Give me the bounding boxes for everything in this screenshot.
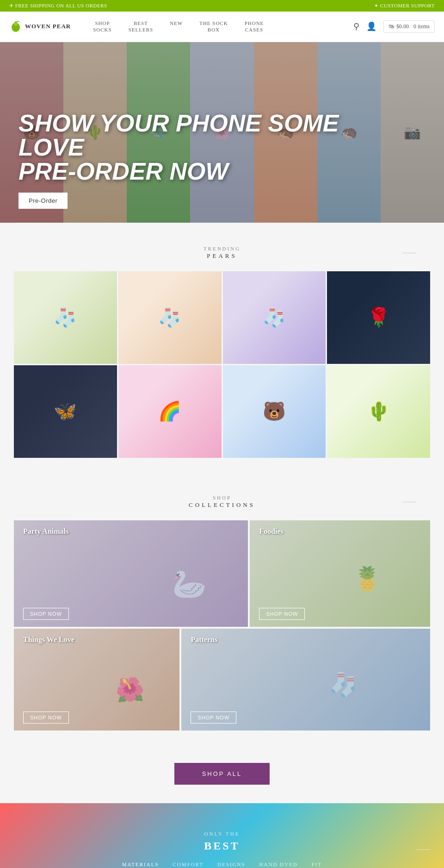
header-icons: ⚲ 👤 🛍 $0.00 0 items — [353, 20, 435, 33]
trending-image-7: 🐻 — [223, 365, 326, 458]
trending-image-5: 🦋 — [14, 365, 117, 458]
nav-shop-socks[interactable]: SHOPSOCKS — [85, 16, 120, 37]
patterns-shop-button[interactable]: SHOP NOW — [191, 712, 236, 724]
trending-title: PEARS — [14, 252, 430, 260]
trending-image-4: 🌹 — [327, 271, 430, 364]
best-tab-comfort[interactable]: COMFORT — [173, 862, 204, 868]
logo-text: WOVEN PEAR — [25, 23, 71, 30]
best-tab-handdyed[interactable]: HAND DYED — [259, 862, 298, 868]
party-deco: 🦢 — [131, 542, 248, 627]
collections-header: SHOP COLLECTIONS — [14, 495, 430, 509]
hero-content: SHOW YOUR PHONE SOME LOVE PRE-ORDER NOW … — [18, 111, 339, 209]
nav-best-sellers[interactable]: BESTSELLERS — [120, 16, 161, 37]
trending-grid: 🧦 🧦 🧦 🌹 🦋 🌈 — [14, 271, 430, 458]
trending-item-5[interactable]: 🦋 — [14, 365, 117, 458]
best-section: ONLY THE BEST MATERIALS COMFORT DESIGNS … — [0, 803, 444, 868]
top-bar: ✈ FREE SHIPPING ON ALL US ORDERS ✦ CUSTO… — [0, 0, 444, 12]
trending-item-4[interactable]: 🌹 — [327, 271, 430, 364]
trending-item-7[interactable]: 🐻 — [223, 365, 326, 458]
preorder-button[interactable]: Pre-Order — [18, 193, 68, 209]
best-label: ONLY THE — [204, 831, 240, 837]
trending-image-6: 🌈 — [118, 365, 222, 458]
trending-item-8[interactable]: 🌵 — [327, 365, 430, 458]
trending-item-3[interactable]: 🧦 — [223, 271, 326, 364]
shop-all-section: SHOP ALL — [0, 744, 444, 803]
nav-sock-box[interactable]: THE SOCKBOX — [191, 16, 236, 37]
best-tab-fit[interactable]: FIT — [312, 862, 322, 868]
trending-item-2[interactable]: 🧦 — [118, 271, 222, 364]
collection-things-we-love[interactable]: Things We Love SHOP NOW 🌺 — [14, 629, 179, 731]
collections-title: COLLECTIONS — [14, 501, 430, 509]
hero-banner: 🐻 🌵 🐳 🌸 🦔 🦔 📷 SHOW YOUR PHONE SOME LOVE … — [0, 42, 444, 223]
trending-image-1: 🧦 — [14, 271, 117, 364]
best-title: BEST — [122, 840, 322, 852]
best-tabs: MATERIALS COMFORT DESIGNS HAND DYED FIT — [122, 862, 322, 868]
logo[interactable]: WOVEN PEAR — [9, 20, 71, 33]
account-icon[interactable]: 👤 — [366, 21, 376, 31]
best-tab-designs[interactable]: DESIGNS — [217, 862, 245, 868]
collections-label: SHOP — [14, 495, 430, 500]
support-text[interactable]: ✦ CUSTOMER SUPPORT — [374, 3, 435, 9]
section-divider — [402, 253, 416, 253]
nav-phone-cases[interactable]: PHONECASES — [236, 16, 272, 37]
things-shop-button[interactable]: SHOP NOW — [23, 712, 69, 724]
shop-all-button[interactable]: SHOP ALL — [174, 763, 270, 785]
cart-button[interactable]: 🛍 $0.00 0 items — [383, 20, 435, 33]
collection-foodies[interactable]: Foodies SHOP NOW 🍍 — [250, 520, 430, 627]
collections-section: SHOP COLLECTIONS Party Animals SHOP NOW … — [0, 472, 444, 744]
foodies-shop-button[interactable]: SHOP NOW — [259, 608, 305, 620]
cart-icon: 🛍 — [388, 23, 394, 30]
search-icon[interactable]: ⚲ — [353, 21, 359, 31]
header: WOVEN PEAR SHOPSOCKS BESTSELLERS NEW THE… — [0, 12, 444, 42]
best-tab-materials[interactable]: MATERIALS — [122, 862, 159, 868]
trending-image-2: 🧦 — [118, 271, 222, 364]
trending-image-3: 🧦 — [223, 271, 326, 364]
trending-section: TRENDING PEARS 🧦 🧦 🧦 🌹 🦋 — [0, 223, 444, 472]
collections-row-bottom: Things We Love SHOP NOW 🌺 Patterns SHOP … — [14, 629, 430, 731]
logo-icon — [9, 20, 22, 33]
things-deco: 🌺 — [80, 649, 179, 731]
trending-item-6[interactable]: 🌈 — [118, 365, 222, 458]
trending-label: TRENDING — [14, 246, 430, 251]
patterns-deco: 🧦 — [256, 639, 430, 731]
shipping-text: ✈ FREE SHIPPING ON ALL US ORDERS — [9, 3, 107, 9]
collections-row-top: Party Animals SHOP NOW 🦢 Foodies SHOP NO… — [14, 520, 430, 627]
cart-price: $0.00 — [396, 23, 409, 30]
collection-party-animals[interactable]: Party Animals SHOP NOW 🦢 — [14, 520, 248, 627]
hero-title: SHOW YOUR PHONE SOME LOVE PRE-ORDER NOW — [18, 111, 339, 183]
party-shop-button[interactable]: SHOP NOW — [23, 608, 69, 620]
trending-item-1[interactable]: 🧦 — [14, 271, 117, 364]
collections-divider — [402, 502, 416, 502]
collection-patterns[interactable]: Patterns SHOP NOW 🧦 — [181, 629, 430, 731]
nav: SHOPSOCKS BESTSELLERS NEW THE SOCKBOX PH… — [85, 16, 353, 37]
best-divider — [416, 849, 430, 850]
party-name: Party Animals — [23, 527, 239, 536]
nav-new[interactable]: NEW — [161, 16, 191, 37]
trending-header: TRENDING PEARS — [14, 246, 430, 260]
foodies-deco: 🍍 — [304, 531, 430, 627]
best-content: ONLY THE BEST MATERIALS COMFORT DESIGNS … — [122, 829, 322, 868]
cart-items: 0 items — [413, 23, 430, 30]
things-name: Things We Love — [23, 636, 170, 644]
trending-image-8: 🌵 — [327, 365, 430, 458]
